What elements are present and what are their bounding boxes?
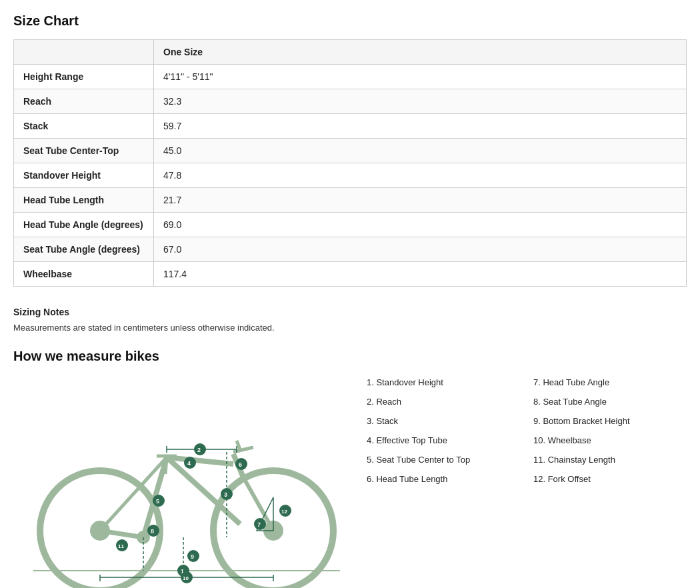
table-row: Wheelbase117.4 — [14, 262, 687, 287]
sizing-notes-text: Measurements are stated in centimeters u… — [13, 323, 687, 333]
bike-diagram: 1 2 3 4 5 6 7 8 — [13, 377, 347, 588]
svg-text:4: 4 — [187, 460, 191, 467]
row-value: 117.4 — [154, 262, 687, 287]
table-row: Reach32.3 — [14, 89, 687, 114]
sizing-notes-title: Sizing Notes — [13, 307, 687, 317]
size-chart-table: One Size Height Range4'11" - 5'11"Reach3… — [13, 39, 687, 287]
legend-item: 11. Chainstay Length — [533, 455, 687, 465]
legend-item: 9. Bottom Bracket Height — [533, 416, 687, 426]
row-label: Height Range — [14, 65, 154, 89]
svg-text:7: 7 — [257, 521, 261, 528]
table-row: Height Range4'11" - 5'11" — [14, 65, 687, 89]
row-label: Head Tube Length — [14, 188, 154, 213]
svg-text:11: 11 — [118, 543, 124, 549]
legend-col-right: 7. Head Tube Angle8. Seat Tube Angle9. B… — [533, 377, 687, 484]
legend-item: 10. Wheelbase — [533, 435, 687, 445]
svg-text:12: 12 — [281, 509, 287, 515]
row-value: 69.0 — [154, 213, 687, 237]
table-row: Seat Tube Angle (degrees)67.0 — [14, 237, 687, 262]
table-row: Seat Tube Center-Top45.0 — [14, 139, 687, 163]
row-value: 32.3 — [154, 89, 687, 114]
legend-item: 2. Reach — [367, 397, 520, 407]
table-size-header: One Size — [154, 40, 687, 65]
measure-title: How we measure bikes — [13, 349, 687, 364]
legend-item: 8. Seat Tube Angle — [533, 397, 687, 407]
svg-text:3: 3 — [224, 491, 227, 498]
row-value: 21.7 — [154, 188, 687, 213]
legend-item: 12. Fork Offset — [533, 474, 687, 484]
row-label: Seat Tube Center-Top — [14, 139, 154, 163]
svg-text:8: 8 — [151, 528, 154, 535]
row-value: 67.0 — [154, 237, 687, 262]
table-empty-header — [14, 40, 154, 65]
svg-text:9: 9 — [191, 553, 194, 560]
legend-item: 7. Head Tube Angle — [533, 377, 687, 387]
table-row: Stack59.7 — [14, 114, 687, 139]
row-value: 45.0 — [154, 139, 687, 163]
row-value: 59.7 — [154, 114, 687, 139]
measure-legend: 1. Standover Height2. Reach3. Stack4. Ef… — [367, 377, 687, 484]
legend-item: 3. Stack — [367, 416, 520, 426]
legend-item: 1. Standover Height — [367, 377, 520, 387]
legend-col-left: 1. Standover Height2. Reach3. Stack4. Ef… — [367, 377, 520, 484]
row-label: Reach — [14, 89, 154, 114]
row-label: Standover Height — [14, 163, 154, 188]
table-row: Head Tube Length21.7 — [14, 188, 687, 213]
table-row: Head Tube Angle (degrees)69.0 — [14, 213, 687, 237]
svg-text:5: 5 — [156, 498, 159, 505]
page-title: Size Chart — [13, 13, 687, 29]
row-value: 4'11" - 5'11" — [154, 65, 687, 89]
row-label: Head Tube Angle (degrees) — [14, 213, 154, 237]
row-label: Seat Tube Angle (degrees) — [14, 237, 154, 262]
legend-item: 4. Effective Top Tube — [367, 435, 520, 445]
svg-text:10: 10 — [183, 575, 189, 581]
svg-line-16 — [165, 457, 167, 474]
row-label: Stack — [14, 114, 154, 139]
svg-text:2: 2 — [197, 447, 201, 453]
svg-text:6: 6 — [239, 461, 242, 468]
row-label: Wheelbase — [14, 262, 154, 287]
row-value: 47.8 — [154, 163, 687, 188]
measure-section: 1 2 3 4 5 6 7 8 — [13, 377, 687, 588]
table-row: Standover Height47.8 — [14, 163, 687, 188]
legend-item: 6. Head Tube Length — [367, 474, 520, 484]
legend-item: 5. Seat Tube Center to Top — [367, 455, 520, 465]
